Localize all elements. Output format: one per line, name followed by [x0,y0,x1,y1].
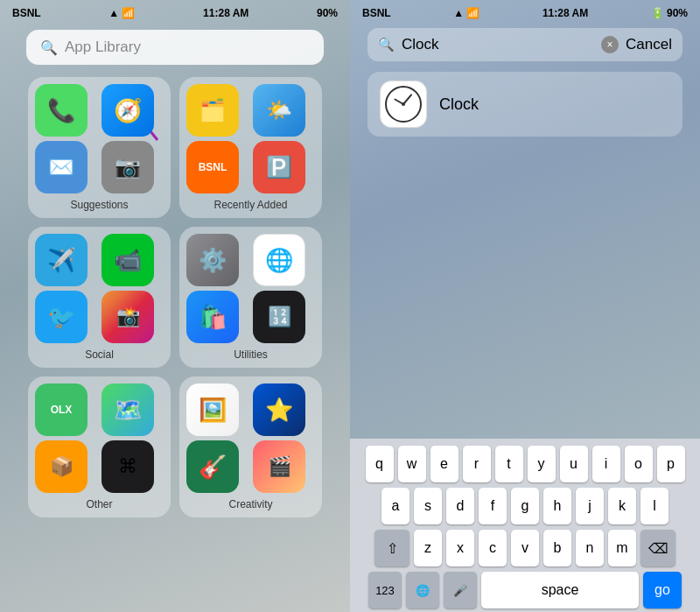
key-go[interactable]: go [643,572,682,608]
app-mail[interactable]: ✉️ [35,141,88,193]
label-creativity: Creativity [228,498,272,510]
battery-right: 🔋 90% [651,7,688,19]
app-bsnl[interactable]: BSNL [186,141,239,193]
app-grid: 📞 🧭 ✉️ 📷 Suggestions 🗂️ 🌤️ BSNL 🅿️ Recen… [18,77,332,517]
carrier-right: BSNL [362,7,391,19]
battery-left: 90% [317,7,338,19]
app-phone[interactable]: 📞 [35,84,88,137]
app-safari[interactable]: 🧭 [102,84,154,137]
carrier-left: BSNL [12,7,41,19]
key-j[interactable]: j [576,488,604,524]
key-t[interactable]: t [495,446,523,482]
app-calc[interactable]: 🔢 [253,291,305,343]
key-x[interactable]: x [446,530,474,566]
label-social: Social [85,348,114,361]
key-v[interactable]: v [511,530,539,566]
label-suggestions: Suggestions [70,199,128,211]
app-slides[interactable]: 🗂️ [186,84,239,137]
app-photos[interactable]: 🖼️ [186,383,239,436]
app-inshot[interactable]: 🎬 [253,440,305,493]
right-panel: BSNL ▲ 📶 11:28 AM 🔋 90% 🔍 Clock × Cancel… [350,0,700,612]
clock-app-icon [380,81,427,128]
group-other: OLX 🗺️ 📦 ⌘ Other [28,376,171,517]
clock-app-label: Clock [439,95,479,114]
clock-center-dot [402,102,405,106]
key-r[interactable]: r [463,446,491,482]
key-d[interactable]: d [446,488,474,524]
grid-row-1: 📞 🧭 ✉️ 📷 Suggestions 🗂️ 🌤️ BSNL 🅿️ Recen… [18,77,332,218]
keyboard: q w e r t y u i o p a s d f g h j k l ⇧ … [350,439,700,612]
grid-row-3: OLX 🗺️ 📦 ⌘ Other 🖼️ ⭐ 🎸 🎬 Creativity [18,376,332,517]
time-right: 11:28 AM [542,7,588,19]
grid-row-2: ✈️ 📹 🐦 📸 Social ⚙️ 🌐 🛍️ 🔢 Utilities [18,227,332,368]
kb-row-3: ⇧ z x c v b n m ⌫ [354,530,696,566]
app-camera[interactable]: 📷 [102,141,154,193]
key-q[interactable]: q [366,446,394,482]
group-utilities: ⚙️ 🌐 🛍️ 🔢 Utilities [179,227,322,368]
search-query[interactable]: Clock [402,36,594,53]
app-instagram[interactable]: 📸 [102,291,154,343]
key-123[interactable]: 123 [368,572,402,608]
kb-row-1: q w e r t y u i o p [354,446,696,482]
key-globe[interactable]: 🌐 [406,572,439,608]
wifi-icon: ▲ 📶 [108,7,135,19]
app-library-search[interactable]: 🔍 App Library [26,30,324,65]
key-i[interactable]: i [592,446,620,482]
key-y[interactable]: y [528,446,556,482]
group-suggestions: 📞 🧭 ✉️ 📷 Suggestions [28,77,171,218]
app-imovie[interactable]: ⭐ [253,383,305,436]
key-o[interactable]: o [625,446,653,482]
key-u[interactable]: u [560,446,588,482]
group-recently-added: 🗂️ 🌤️ BSNL 🅿️ Recently Added [179,77,322,218]
group-creativity: 🖼️ ⭐ 🎸 🎬 Creativity [179,376,322,517]
search-result-clock[interactable]: Clock [368,72,682,137]
app-twitter[interactable]: 🐦 [35,291,88,343]
app-garageband[interactable]: 🎸 [186,440,239,493]
key-z[interactable]: z [414,530,442,566]
clock-face [385,86,422,123]
app-telegram[interactable]: ✈️ [35,234,88,286]
kb-row-2: a s d f g h j k l [354,488,696,524]
app-pshop[interactable]: 🅿️ [253,141,305,193]
key-e[interactable]: e [430,446,458,482]
app-maps[interactable]: 🗺️ [102,383,154,436]
key-s[interactable]: s [414,488,442,524]
key-h[interactable]: h [543,488,571,524]
key-g[interactable]: g [511,488,539,524]
search-bar-right: 🔍 Clock × Cancel [368,28,682,61]
app-settings[interactable]: ⚙️ [186,234,239,286]
search-icon-right: 🔍 [378,37,395,53]
app-amazon[interactable]: 📦 [35,440,88,493]
key-p[interactable]: p [657,446,685,482]
key-n[interactable]: n [576,530,604,566]
key-c[interactable]: c [479,530,507,566]
search-placeholder: App Library [65,39,141,56]
key-a[interactable]: a [382,488,410,524]
key-f[interactable]: f [479,488,507,524]
key-shift[interactable]: ⇧ [374,530,410,566]
key-backspace[interactable]: ⌫ [640,530,676,566]
app-olx[interactable]: OLX [35,383,88,436]
status-bar-right: BSNL ▲ 📶 11:28 AM 🔋 90% [350,0,700,23]
label-other: Other [86,498,112,510]
key-l[interactable]: l [640,488,668,524]
app-chrome[interactable]: 🌐 [253,234,305,286]
key-mic[interactable]: 🎤 [444,572,477,608]
app-appstore[interactable]: 🛍️ [186,291,239,343]
key-space[interactable]: space [481,572,639,608]
key-k[interactable]: k [608,488,636,524]
kb-row-4: 123 🌐 🎤 space go [354,572,696,608]
key-b[interactable]: b [543,530,571,566]
key-m[interactable]: m [608,530,636,566]
app-facetime[interactable]: 📹 [102,234,154,286]
cancel-button[interactable]: Cancel [626,36,672,53]
label-utilities: Utilities [234,348,268,361]
search-icon-left: 🔍 [40,39,58,56]
clear-button[interactable]: × [601,36,619,53]
wifi-icon-right: ▲ 📶 [453,7,480,19]
status-bar-left: BSNL ▲ 📶 11:28 AM 90% [0,0,350,23]
app-shortcuts[interactable]: ⌘ [102,440,154,493]
app-weather[interactable]: 🌤️ [253,84,305,137]
key-w[interactable]: w [398,446,426,482]
left-panel: BSNL ▲ 📶 11:28 AM 90% 🔍 App Library 📞 🧭 … [0,0,350,612]
